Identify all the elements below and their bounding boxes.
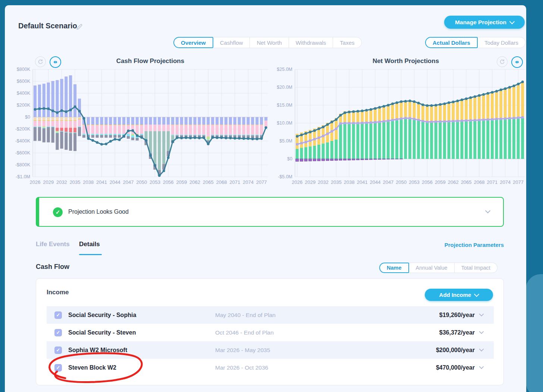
- row-checkbox[interactable]: ✓: [54, 364, 62, 371]
- banner-text: Projection Looks Good: [68, 198, 129, 226]
- svg-text:2026: 2026: [29, 179, 40, 185]
- income-row-name: Sophia W2 Microsoft: [68, 347, 127, 354]
- tab-withdrawals[interactable]: Withdrawals: [289, 37, 333, 48]
- toggle-total-impact[interactable]: Total Impact: [455, 263, 498, 273]
- svg-text:2050: 2050: [136, 179, 147, 185]
- check-icon: ✓: [53, 207, 63, 217]
- income-section-label: Income: [47, 289, 69, 296]
- income-row[interactable]: ✓Social Security - StevenOct 2046 - End …: [47, 324, 494, 341]
- projection-parameters-link[interactable]: Projection Parameters: [429, 242, 504, 248]
- svg-text:2053: 2053: [409, 179, 420, 185]
- income-row-value: $36,372/year: [378, 329, 475, 336]
- income-row[interactable]: ✓Steven Block W2Mar 2026 - Oct 2036$470,…: [47, 359, 494, 376]
- svg-text:2068: 2068: [216, 179, 227, 185]
- chevron-down-icon: [474, 291, 479, 297]
- dollar-toggle: Actual Dollars Today Dollars: [425, 37, 525, 48]
- tab-net-worth[interactable]: Net Worth: [250, 37, 289, 48]
- svg-text:2071: 2071: [487, 179, 498, 185]
- svg-text:2047: 2047: [383, 179, 393, 185]
- chevron-down-icon[interactable]: [479, 312, 484, 317]
- income-row-value: $200,000/year: [378, 347, 475, 354]
- svg-text:2044: 2044: [370, 179, 381, 185]
- tab-cashflow[interactable]: Cashflow: [213, 37, 250, 48]
- add-income-button[interactable]: Add Income: [425, 289, 493, 301]
- svg-text:$0: $0: [287, 156, 292, 161]
- row-checkbox[interactable]: ✓: [54, 311, 62, 319]
- row-checkbox[interactable]: ✓: [54, 346, 62, 354]
- row-checkbox[interactable]: ✓: [54, 329, 62, 336]
- cashflow-section-heading: Cash Flow: [36, 263, 69, 271]
- tab-details[interactable]: Details: [79, 241, 100, 248]
- svg-text:2065: 2065: [203, 179, 214, 185]
- svg-text:-$200K: -$200K: [15, 126, 31, 132]
- svg-text:-$5.0M: -$5.0M: [278, 174, 292, 179]
- svg-text:2032: 2032: [318, 179, 329, 185]
- income-card: Income Add Income ✓Social Security - Sop…: [36, 278, 504, 385]
- toggle-name[interactable]: Name: [379, 263, 409, 273]
- svg-text:$20.0M: $20.0M: [277, 85, 292, 90]
- svg-text:$15.0M: $15.0M: [277, 103, 292, 108]
- svg-text:2026: 2026: [292, 179, 302, 185]
- toggle-today-dollars[interactable]: Today Dollars: [478, 37, 525, 48]
- scenario-card: Default Scenario Manage Projection Overv…: [5, 5, 526, 392]
- app-window: Default Scenario Manage Projection Overv…: [0, 0, 543, 392]
- svg-text:$800K: $800K: [17, 67, 31, 72]
- svg-text:2056: 2056: [422, 179, 433, 185]
- svg-text:2050: 2050: [396, 179, 407, 185]
- networth-chart[interactable]: $25.0M$20.0M$15.0M$10.0M$5.0M$0-$5.0M202…: [273, 66, 527, 186]
- sort-toggle: Name Annual Value Total Impact: [379, 263, 498, 273]
- income-list: ✓Social Security - SophiaMay 2040 - End …: [47, 306, 494, 376]
- svg-text:$400K: $400K: [17, 91, 31, 96]
- toggle-annual-value[interactable]: Annual Value: [409, 263, 455, 273]
- income-row[interactable]: ✓Sophia W2 MicrosoftMar 2026 - May 2035$…: [47, 341, 494, 359]
- svg-text:2041: 2041: [96, 179, 107, 185]
- income-row-name: Social Security - Sophia: [68, 312, 136, 319]
- add-income-label: Add Income: [439, 292, 471, 298]
- cashflow-chart-title: Cash Flow Projections: [33, 57, 268, 65]
- svg-text:2038: 2038: [344, 179, 355, 185]
- tab-taxes[interactable]: Taxes: [333, 37, 361, 48]
- svg-text:2035: 2035: [331, 179, 342, 185]
- income-row-period: Mar 2026 - Oct 2036: [215, 364, 268, 371]
- toggle-actual-dollars[interactable]: Actual Dollars: [425, 37, 478, 48]
- svg-text:2074: 2074: [243, 179, 254, 185]
- svg-text:2071: 2071: [229, 179, 240, 185]
- tab-overview[interactable]: Overview: [173, 37, 213, 48]
- income-row[interactable]: ✓Social Security - SophiaMay 2040 - End …: [47, 306, 494, 324]
- chevron-down-icon[interactable]: [479, 347, 484, 352]
- svg-text:-$400K: -$400K: [15, 138, 31, 144]
- manage-projection-button[interactable]: Manage Projection: [444, 16, 525, 29]
- svg-text:2077: 2077: [256, 179, 267, 185]
- edit-pencil-icon[interactable]: [76, 23, 83, 31]
- income-row-period: May 2040 - End of Plan: [215, 312, 276, 319]
- svg-text:-$600K: -$600K: [15, 150, 31, 156]
- svg-text:2068: 2068: [474, 179, 485, 185]
- svg-text:$10.0M: $10.0M: [277, 120, 292, 126]
- svg-text:2059: 2059: [176, 179, 187, 185]
- svg-text:$600K: $600K: [17, 79, 31, 84]
- chevron-down-icon[interactable]: [485, 208, 490, 213]
- background-decoration: [526, 274, 543, 392]
- projection-status-banner[interactable]: ✓ Projection Looks Good: [36, 197, 504, 227]
- svg-text:$5.0M: $5.0M: [279, 138, 292, 144]
- income-row-value: $470,000/year: [378, 364, 475, 371]
- svg-text:-$800K: -$800K: [15, 162, 31, 167]
- svg-text:2032: 2032: [56, 179, 67, 185]
- chevron-down-icon[interactable]: [479, 364, 484, 369]
- svg-text:2065: 2065: [461, 179, 472, 185]
- svg-text:2029: 2029: [43, 179, 54, 185]
- chevron-down-icon[interactable]: [479, 329, 484, 334]
- svg-text:2077: 2077: [513, 179, 524, 185]
- view-tab-bar: Overview Cashflow Net Worth Withdrawals …: [173, 37, 362, 48]
- tab-life-events[interactable]: Life Events: [36, 241, 70, 248]
- svg-text:2056: 2056: [163, 179, 174, 185]
- income-row-period: Mar 2026 - May 2035: [215, 347, 270, 354]
- svg-text:-$1.0M: -$1.0M: [16, 174, 30, 179]
- svg-text:2062: 2062: [189, 179, 200, 185]
- active-tab-underline: [79, 254, 102, 255]
- manage-projection-label: Manage Projection: [455, 19, 506, 26]
- svg-text:2059: 2059: [435, 179, 446, 185]
- cashflow-chart[interactable]: $800K$600K$400K$200K$0-$200K-$400K-$600K…: [11, 66, 270, 186]
- svg-text:2047: 2047: [123, 179, 134, 185]
- svg-text:2053: 2053: [150, 179, 160, 185]
